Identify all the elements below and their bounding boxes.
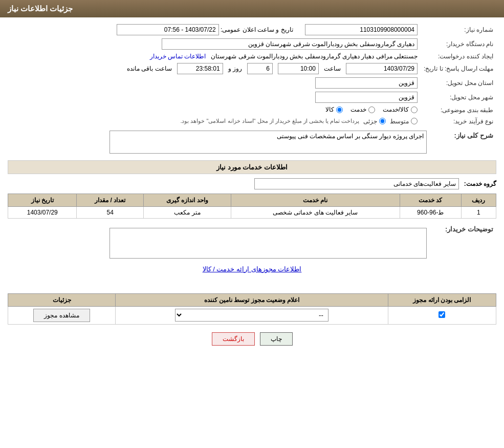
subject-value: کالا/خدمت خدمت کالا	[8, 104, 421, 116]
license-required	[388, 306, 496, 324]
number-value: 1103109908000004 تاریخ و ساعت اعلان عموم…	[8, 23, 421, 37]
province-label: استان محل تحویل:	[421, 76, 496, 90]
license-row-1: -- مشاهده مجوز	[8, 306, 496, 324]
back-button[interactable]: بازگشت	[212, 332, 255, 346]
subject-kala-khedmat-radio[interactable]	[411, 106, 418, 113]
info-row-province: استان محل تحویل: قزوین	[8, 76, 496, 90]
info-row-process: نوع فرآیند خرید: متوسط جزئی پرداخت تمام …	[8, 116, 496, 126]
days-label: روز و	[228, 65, 242, 72]
process-motavaset-radio[interactable]	[411, 118, 418, 124]
subject-khedmat-label: خدمت	[350, 106, 366, 113]
licenses-table: الزامی بودن ارائه مجوز اعلام وضعیت مجوز …	[8, 293, 496, 325]
licenses-header-row: الزامی بودن ارائه مجوز اعلام وضعیت مجوز …	[8, 293, 496, 306]
lic-col-required: الزامی بودن ارائه مجوز	[388, 293, 496, 306]
subject-khedmat-item: خدمت	[350, 106, 375, 113]
number-input: 1103109908000004	[305, 24, 418, 35]
date-label: تاریخ و ساعت اعلان عمومی:	[221, 26, 293, 33]
deadline-date: 1403/07/29	[346, 63, 418, 74]
process-row: متوسط جزئی پرداخت تمام یا بخشی از مبلغ خ…	[11, 118, 418, 125]
info-row-station: نام دستگاه خریدار: دهیاری گرمارودسفلی بخ…	[8, 37, 496, 51]
city-label: شهر محل تحویل:	[421, 90, 496, 104]
licenses-table-head: الزامی بودن ارائه مجوز اعلام وضعیت مجوز …	[8, 293, 496, 306]
subject-radio-group: کالا/خدمت خدمت کالا	[325, 106, 418, 113]
description-label: شرح کلی نیاز:	[430, 129, 496, 155]
subject-kala-item: کالا	[325, 106, 343, 113]
page-header: جزئیات اطلاعات نیاز	[0, 0, 504, 17]
service-name: سایر فعالیت های خدماتی شخصی	[231, 206, 400, 218]
col-row: ردیف	[461, 194, 496, 206]
info-row-subject: طبقه بندی موضوعی: کالا/خدمت خدمت	[8, 104, 496, 116]
requester-label: ایجاد کننده درخواست:	[421, 51, 496, 61]
description-table: شرح کلی نیاز: اجرای پروژه دیوار سنگی بر …	[8, 129, 496, 155]
license-status: --	[116, 306, 388, 324]
process-jezei-label: جزئی	[363, 118, 377, 125]
col-quantity: تعداد / مقدار	[77, 194, 144, 206]
deadline-value: 1403/07/29 ساعت 10:00 6 روز و 23:58:01 س…	[8, 61, 421, 76]
city-input: قزوین	[315, 92, 418, 103]
date-value: 1403/07/22 - 07:56	[117, 24, 219, 35]
col-name: نام خدمت	[231, 194, 400, 206]
buyer-station-input: دهیاری گرمارودسفلی بخش رودبارالموت شرقی …	[162, 38, 418, 50]
requester-value: جسنتعلی مرافی دهیار دهیاری گرمارودسفلی ب…	[8, 51, 421, 61]
services-table-body: 1 ط-96-960 سایر فعالیت های خدماتی شخصی م…	[8, 206, 496, 218]
page-wrapper: جزئیات اطلاعات نیاز شماره نیاز: 11031099…	[0, 0, 504, 448]
deadline-time: 10:00	[278, 63, 319, 74]
service-row-1: 1 ط-96-960 سایر فعالیت های خدماتی شخصی م…	[8, 206, 496, 218]
buyer-notes-table: توضیحات خریدار:	[8, 224, 496, 260]
process-jezei-radio[interactable]	[379, 118, 386, 124]
subject-label: طبقه بندی موضوعی:	[421, 104, 496, 116]
requester-text: جسنتعلی مرافی دهیار دهیاری گرمارودسفلی ب…	[211, 53, 418, 60]
process-motavaset-label: متوسط	[390, 118, 409, 125]
buyer-station-label: نام دستگاه خریدار:	[421, 37, 496, 51]
services-table: ردیف کد خدمت نام خدمت واحد اندازه گیری ت…	[8, 194, 496, 219]
services-section-title: اطلاعات خدمات مورد نیاز	[8, 160, 496, 174]
info-row-requester: ایجاد کننده درخواست: جسنتعلی مرافی دهیار…	[8, 51, 496, 61]
service-row-num: 1	[461, 206, 496, 218]
service-unit: متر مکعب	[144, 206, 231, 218]
license-required-checkbox[interactable]	[439, 311, 445, 318]
col-date: تاریخ نیاز	[8, 194, 77, 206]
group-value: سایر فعالیت‌های خدماتی	[254, 178, 459, 189]
info-row-city: شهر محل تحویل: قزوین	[8, 90, 496, 104]
service-date: 1403/07/29	[8, 206, 77, 218]
license-details: مشاهده مجوز	[8, 306, 116, 324]
spacer	[8, 275, 496, 291]
process-jezei-item: جزئی	[363, 118, 386, 125]
info-row-deadline: مهلت ارسال پاسخ: تا تاریخ: 1403/07/29 سا…	[8, 61, 496, 76]
buyer-notes-label: توضیحات خریدار:	[430, 224, 496, 260]
license-status-select[interactable]: --	[175, 309, 328, 322]
print-button[interactable]: چاپ	[260, 332, 293, 346]
subject-kala-khedmat-item: کالا/خدمت	[383, 106, 418, 113]
process-value: متوسط جزئی پرداخت تمام یا بخشی از مبلغ خ…	[8, 116, 421, 126]
licenses-title: اطلاعات مجوزهای ارائه خدمت / کالا	[8, 265, 496, 273]
buyer-notes-row: توضیحات خریدار:	[8, 224, 496, 260]
info-row-number: شماره نیاز: 1103109908000004 تاریخ و ساع…	[8, 23, 496, 37]
service-quantity: 54	[77, 206, 144, 218]
subject-kala-radio[interactable]	[336, 106, 343, 113]
description-value: اجرای پروژه دیوار سنگی بر اساس مشخصات فن…	[8, 129, 430, 155]
description-row: شرح کلی نیاز: اجرای پروژه دیوار سنگی بر …	[8, 129, 496, 155]
subject-kala-label: کالا	[325, 106, 334, 113]
view-license-button[interactable]: مشاهده مجوز	[33, 309, 90, 322]
service-code: ط-96-960	[400, 206, 461, 218]
number-label: شماره نیاز:	[421, 23, 496, 37]
button-row: چاپ بازگشت	[8, 332, 496, 346]
lic-col-details: جزئیات	[8, 293, 116, 306]
process-motavaset-item: متوسط	[390, 118, 418, 125]
time-label: ساعت	[324, 65, 341, 72]
licenses-table-body: -- مشاهده مجوز	[8, 306, 496, 324]
process-description: پرداخت تمام یا بخشی از مبلغ خریدار از مح…	[180, 118, 359, 124]
subject-khedmat-radio[interactable]	[368, 106, 375, 113]
city-value: قزوین	[8, 90, 421, 104]
buyer-notes-input	[109, 228, 427, 259]
deadline-label: مهلت ارسال پاسخ: تا تاریخ:	[421, 61, 496, 76]
province-input: قزوین	[315, 77, 418, 89]
col-code: کد خدمت	[400, 194, 461, 206]
buyer-station-value: دهیاری گرمارودسفلی بخش رودبارالموت شرقی …	[8, 37, 421, 51]
process-label: نوع فرآیند خرید:	[421, 116, 496, 126]
buyer-notes-value	[8, 224, 430, 260]
deadline-days: 6	[247, 63, 273, 74]
deadline-remaining: 23:58:01	[177, 63, 223, 74]
remaining-label: ساعت باقی مانده	[127, 65, 172, 72]
requester-link[interactable]: اطلاعات تماس خریدار	[150, 53, 206, 60]
